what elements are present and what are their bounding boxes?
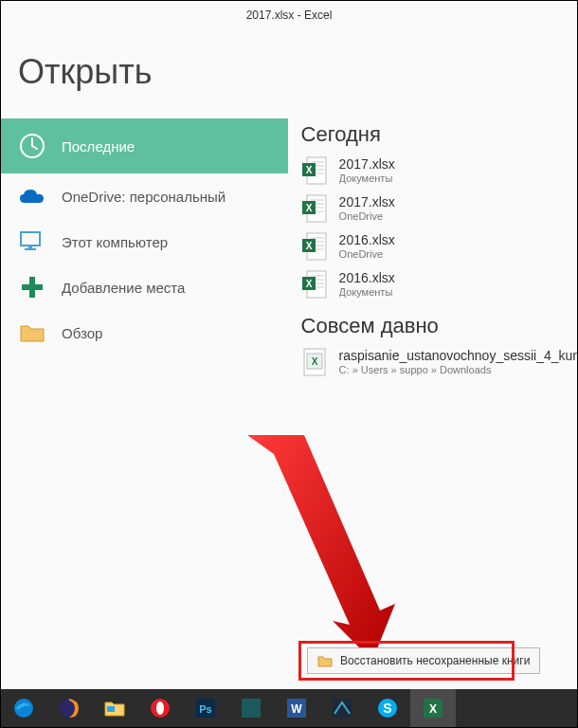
- file-location: OneDrive: [339, 248, 395, 260]
- window-title: 2017.xlsx - Excel: [1, 1, 577, 33]
- svg-rect-1: [21, 232, 40, 246]
- file-name: 2017.xlsx: [339, 156, 395, 172]
- taskbar-edge[interactable]: [1, 689, 46, 727]
- monitor-icon: [18, 228, 46, 256]
- svg-text:X: X: [305, 203, 312, 213]
- clock-icon: [18, 132, 46, 160]
- nav-browse-label: Обзор: [62, 325, 102, 341]
- svg-text:X: X: [305, 241, 312, 251]
- svg-text:X: X: [305, 279, 312, 289]
- file-location: Документы: [339, 286, 395, 298]
- nav-add-place[interactable]: Добавление места: [1, 264, 288, 310]
- nav-onedrive[interactable]: OneDrive: персональный: [1, 173, 288, 219]
- recent-files-panel: Сегодня X 2017.xlsx Документы X 2017.xls…: [288, 118, 577, 386]
- taskbar-photoshop[interactable]: Ps: [183, 689, 228, 727]
- plus-icon: [18, 273, 46, 301]
- file-location: Документы: [339, 173, 395, 184]
- svg-text:S: S: [383, 701, 391, 716]
- excel-file-icon: X: [301, 270, 330, 299]
- file-name: raspisanie_ustanovochnoy_sessii_4_kur: [339, 348, 577, 363]
- excel-file-icon: X: [301, 156, 330, 185]
- group-heading-today: Сегодня: [301, 122, 577, 147]
- file-item[interactable]: X 2016.xlsx Документы: [301, 270, 577, 299]
- file-location: C: » Users » suppo » Downloads: [339, 364, 577, 375]
- taskbar-app[interactable]: [228, 689, 274, 727]
- taskbar-firefox[interactable]: [46, 689, 92, 727]
- folder-icon: [317, 654, 333, 667]
- svg-text:W: W: [291, 702, 302, 716]
- svg-rect-2: [28, 246, 32, 248]
- svg-point-42: [156, 701, 164, 715]
- svg-rect-5: [22, 284, 43, 290]
- svg-text:Ps: Ps: [199, 703, 211, 715]
- recover-unsaved-label: Восстановить несохраненные книги: [340, 654, 530, 667]
- svg-rect-45: [242, 699, 261, 718]
- file-item[interactable]: X 2017.xlsx Документы: [301, 156, 577, 185]
- nav-this-pc[interactable]: Этот компьютер: [1, 219, 288, 264]
- taskbar-word[interactable]: W: [274, 689, 319, 727]
- file-name: 2017.xlsx: [339, 194, 395, 209]
- open-locations-list: Последние OneDrive: персональный Этот ко…: [1, 118, 288, 386]
- svg-text:X: X: [311, 356, 317, 367]
- file-name: 2016.xlsx: [339, 232, 395, 247]
- svg-text:X: X: [305, 165, 312, 175]
- taskbar-opera[interactable]: [137, 689, 183, 727]
- taskbar-app2[interactable]: [319, 689, 365, 727]
- group-heading-older: Совсем давно: [301, 314, 577, 338]
- nav-this-pc-label: Этот компьютер: [62, 234, 168, 250]
- excel-file-icon: X: [301, 348, 330, 376]
- file-location: OneDrive: [339, 210, 395, 222]
- excel-file-icon: X: [301, 232, 330, 261]
- file-item[interactable]: X 2016.xlsx OneDrive: [301, 232, 577, 261]
- excel-file-icon: X: [301, 194, 330, 223]
- arrow-annotation: [247, 435, 399, 672]
- svg-rect-40: [107, 706, 115, 712]
- svg-rect-3: [25, 248, 36, 250]
- svg-marker-37: [247, 435, 395, 661]
- folder-icon: [18, 318, 46, 347]
- recover-unsaved-button[interactable]: Восстановить несохраненные книги: [307, 647, 540, 674]
- file-item[interactable]: X raspisanie_ustanovochnoy_sessii_4_kur …: [301, 348, 577, 376]
- page-title: Открыть: [1, 33, 577, 118]
- file-item[interactable]: X 2017.xlsx OneDrive: [301, 194, 577, 223]
- taskbar-explorer[interactable]: [92, 689, 137, 727]
- svg-text:X: X: [429, 702, 437, 716]
- taskbar-skype[interactable]: S: [365, 689, 410, 727]
- taskbar-excel[interactable]: X: [410, 689, 456, 727]
- cloud-icon: [18, 182, 46, 210]
- nav-onedrive-label: OneDrive: персональный: [62, 189, 226, 205]
- taskbar: Ps W S X: [1, 689, 577, 727]
- nav-add-place-label: Добавление места: [62, 280, 185, 296]
- file-name: 2016.xlsx: [339, 270, 395, 285]
- nav-recent[interactable]: Последние: [1, 118, 288, 173]
- nav-recent-label: Последние: [62, 138, 135, 155]
- nav-browse[interactable]: Обзор: [1, 310, 288, 355]
